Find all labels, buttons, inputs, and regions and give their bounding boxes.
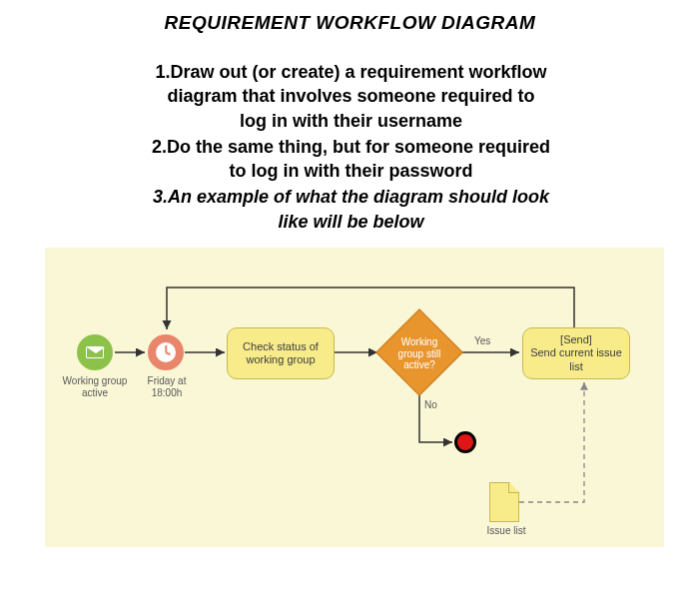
start-event-label: Working group active [59, 375, 131, 398]
page-title: REQUIREMENT WORKFLOW DIAGRAM [0, 12, 700, 34]
clock-icon [156, 342, 176, 362]
gateway-active [375, 308, 463, 396]
instruction-2-number: 2. [152, 137, 167, 157]
instruction-1-number: 1. [155, 62, 170, 82]
timer-event [148, 334, 184, 370]
start-event [77, 334, 113, 370]
instruction-2: 2.Do the same thing, but for someone req… [52, 135, 650, 184]
data-object-label: Issue list [476, 525, 536, 537]
instruction-2-line2: to log in with their password [52, 159, 650, 183]
instruction-2-line1: Do the same thing, but for someone requi… [167, 137, 550, 157]
instruction-1-line1: Draw out (or create) a requirement workf… [170, 62, 546, 82]
envelope-icon [86, 346, 104, 358]
instructions-list: 1.Draw out (or create) a requirement wor… [52, 60, 650, 234]
instruction-3-number: 3. [153, 187, 168, 207]
task-send-issue-list: [Send] Send current issue list [522, 327, 630, 379]
data-object-issue-list [489, 482, 519, 522]
instruction-3-line2: like will be below [52, 210, 650, 234]
timer-event-label: Friday at 18:00h [137, 375, 197, 398]
instruction-1: 1.Draw out (or create) a requirement wor… [52, 60, 650, 133]
instruction-1-line2: diagram that involves someone required t… [52, 84, 650, 108]
instruction-1-line3: log in with their username [52, 109, 650, 133]
task-check-status: Check status of working group [227, 327, 335, 379]
instruction-3: 3.An example of what the diagram should … [52, 185, 650, 234]
edge-yes-label: Yes [474, 335, 490, 346]
edge-no-label: No [424, 399, 437, 410]
instruction-3-line1: An example of what the diagram should lo… [168, 187, 549, 207]
workflow-diagram: Working group active Friday at 18:00h Ch… [45, 248, 664, 547]
end-event [454, 431, 476, 453]
